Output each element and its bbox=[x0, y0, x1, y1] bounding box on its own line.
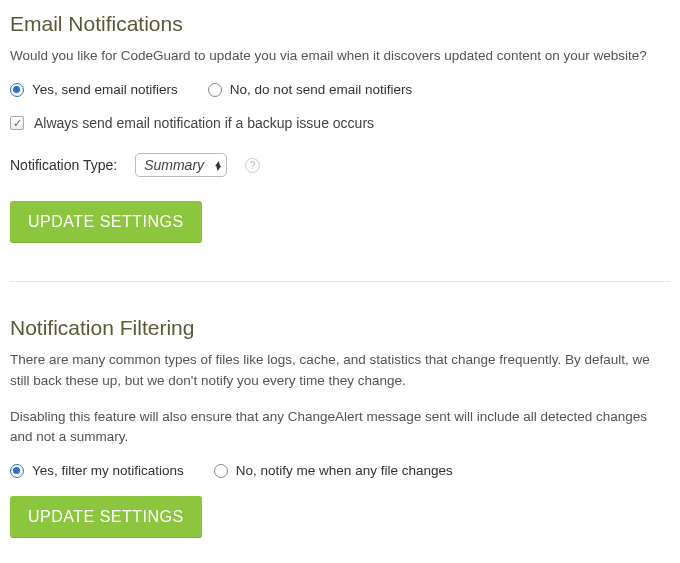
notification-filtering-section: Notification Filtering There are many co… bbox=[10, 316, 670, 538]
radio-icon bbox=[10, 464, 24, 478]
radio-icon bbox=[10, 83, 24, 97]
help-icon[interactable]: ? bbox=[245, 158, 260, 173]
email-radio-group: Yes, send email notifiers No, do not sen… bbox=[10, 82, 670, 97]
filtering-heading: Notification Filtering bbox=[10, 316, 670, 340]
radio-icon bbox=[208, 83, 222, 97]
email-radio-no[interactable]: No, do not send email notifiers bbox=[208, 82, 412, 97]
chevron-updown-icon: ▴▾ bbox=[215, 160, 220, 170]
notification-type-select[interactable]: Summary ▴▾ bbox=[135, 153, 227, 177]
filtering-para1: There are many common types of files lik… bbox=[10, 350, 670, 391]
notification-type-value: Summary bbox=[144, 157, 204, 173]
filtering-radio-no[interactable]: No, notify me when any file changes bbox=[214, 463, 453, 478]
backup-issue-checkbox-row: ✓ Always send email notification if a ba… bbox=[10, 115, 670, 131]
filtering-radio-group: Yes, filter my notifications No, notify … bbox=[10, 463, 670, 478]
update-settings-button[interactable]: UPDATE SETTINGS bbox=[10, 496, 202, 538]
radio-icon bbox=[214, 464, 228, 478]
email-radio-no-label: No, do not send email notifiers bbox=[230, 82, 412, 97]
filtering-radio-yes-label: Yes, filter my notifications bbox=[32, 463, 184, 478]
section-divider bbox=[10, 281, 670, 282]
update-settings-button[interactable]: UPDATE SETTINGS bbox=[10, 201, 202, 243]
backup-issue-label: Always send email notification if a back… bbox=[34, 115, 374, 131]
backup-issue-checkbox[interactable]: ✓ bbox=[10, 116, 24, 130]
email-radio-yes-label: Yes, send email notifiers bbox=[32, 82, 178, 97]
notification-type-label: Notification Type: bbox=[10, 157, 117, 173]
filtering-radio-no-label: No, notify me when any file changes bbox=[236, 463, 453, 478]
filtering-radio-yes[interactable]: Yes, filter my notifications bbox=[10, 463, 184, 478]
email-notifications-section: Email Notifications Would you like for C… bbox=[10, 12, 670, 243]
email-radio-yes[interactable]: Yes, send email notifiers bbox=[10, 82, 178, 97]
filtering-para2: Disabling this feature will also ensure … bbox=[10, 407, 670, 448]
notification-type-row: Notification Type: Summary ▴▾ ? bbox=[10, 153, 670, 177]
email-heading: Email Notifications bbox=[10, 12, 670, 36]
email-question: Would you like for CodeGuard to update y… bbox=[10, 46, 670, 66]
